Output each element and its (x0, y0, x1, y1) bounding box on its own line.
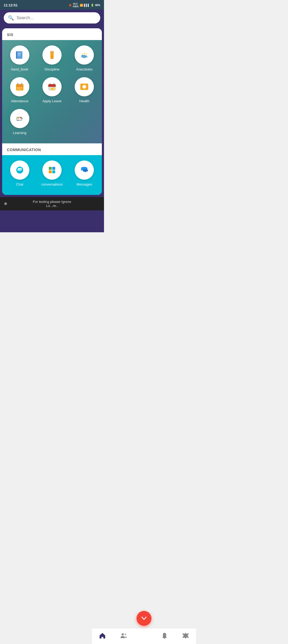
sis-grid: hand_book Discipline (5, 45, 99, 135)
communication-grid: Chat conversations (5, 160, 99, 187)
communication-section-header: COMMUNICATION (2, 143, 102, 155)
grid-item-attendance[interactable]: Attendance (5, 77, 34, 104)
svg-rect-0 (17, 51, 22, 59)
network-icon: 🔕 (69, 4, 72, 7)
grid-item-handbook[interactable]: hand_book (5, 45, 34, 72)
communication-grid-background: Chat conversations (2, 155, 102, 195)
chat-icon-circle (10, 160, 29, 180)
svg-point-23 (17, 89, 18, 89)
svg-rect-4 (18, 56, 20, 56)
data-speed: 15.0KB/S (73, 2, 79, 8)
search-box[interactable]: 🔍 (4, 12, 100, 23)
attendance-label: Attendance (11, 99, 29, 104)
svg-rect-48 (49, 170, 52, 173)
battery-icon: 🔋 (91, 4, 94, 7)
learning-icon-circle (10, 109, 29, 128)
svg-rect-8 (51, 52, 53, 52)
svg-point-22 (21, 87, 22, 88)
svg-text:★: ★ (85, 53, 87, 55)
svg-rect-47 (52, 167, 55, 170)
conversations-icon (47, 165, 57, 175)
svg-point-39 (20, 118, 21, 119)
search-input[interactable] (17, 15, 96, 20)
svg-rect-18 (17, 83, 18, 84)
messages-icon (79, 165, 90, 175)
grid-item-health[interactable]: Health (70, 77, 99, 104)
health-icon (79, 81, 90, 92)
attendance-icon-circle (10, 77, 29, 96)
handbook-label: hand_book (11, 67, 28, 72)
discipline-icon (47, 50, 57, 60)
conversations-icon-circle (42, 160, 62, 180)
search-icon: 🔍 (8, 15, 14, 21)
grid-item-learning[interactable]: Learning (5, 109, 34, 135)
apply-leave-label: Apply Leave (42, 99, 62, 104)
search-container: 🔍 (0, 10, 104, 26)
wifi-icon: 📶 (80, 4, 83, 7)
svg-rect-19 (21, 83, 22, 84)
svg-rect-46 (49, 167, 52, 170)
chat-label: Chat (16, 182, 23, 187)
svg-point-40 (22, 118, 23, 119)
health-label: Health (79, 99, 90, 104)
notification-dot (4, 202, 7, 205)
page-container: 11:12:51 🔕 15.0KB/S 📶 ▌▌▌ 🔋 46% 🔍 SIS (0, 0, 104, 232)
svg-rect-28 (50, 83, 50, 84)
svg-rect-3 (18, 54, 21, 55)
sis-section-header: SIS (2, 28, 102, 40)
grid-item-discipline[interactable]: Discipline (37, 45, 67, 72)
apply-leave-icon-circle: ★ ★ (42, 77, 62, 96)
conversations-label: conversations (41, 182, 63, 187)
svg-rect-27 (48, 86, 56, 87)
svg-rect-2 (18, 53, 21, 53)
notification-text: For testing please Ignore Lo...re.. (33, 200, 71, 208)
svg-point-38 (17, 117, 19, 119)
sis-grid-background: hand_book Discipline (2, 40, 102, 143)
messages-label: Messages (77, 182, 92, 187)
sis-section: SIS hand_book (2, 28, 102, 143)
learning-label: Learning (13, 131, 26, 135)
svg-rect-49 (52, 170, 55, 173)
discipline-icon-circle (42, 45, 62, 65)
svg-point-24 (19, 89, 20, 89)
health-icon-circle (75, 77, 94, 96)
svg-text:★: ★ (53, 88, 55, 91)
anecdotes-label: Anecdotes (76, 67, 93, 72)
svg-point-43 (18, 169, 19, 170)
battery-level: 46% (95, 4, 100, 7)
svg-rect-29 (53, 83, 54, 84)
svg-point-44 (19, 169, 20, 170)
communication-section: COMMUNICATION Chat (2, 143, 102, 195)
grid-item-anecdotes[interactable]: ★ ★ ★ Anecdotes (70, 45, 99, 72)
status-time: 11:12:51 (4, 3, 18, 7)
notification-bar[interactable]: For testing please Ignore Lo...re.. (0, 197, 104, 210)
grid-item-chat[interactable]: Chat (5, 160, 34, 187)
handbook-icon-circle (10, 45, 29, 65)
status-icons: 🔕 15.0KB/S 📶 ▌▌▌ 🔋 46% (69, 2, 100, 8)
status-bar: 11:12:51 🔕 15.0KB/S 📶 ▌▌▌ 🔋 46% (0, 0, 104, 10)
svg-point-20 (17, 87, 18, 88)
svg-rect-35 (82, 86, 86, 88)
anecdotes-icon-circle: ★ ★ ★ (75, 45, 94, 65)
signal-bars-icon: ▌▌▌ (84, 4, 90, 7)
grid-item-apply-leave[interactable]: ★ ★ Apply Leave (37, 77, 67, 104)
learning-icon (14, 113, 25, 124)
discipline-label: Discipline (45, 67, 59, 72)
handbook-icon (14, 50, 25, 60)
grid-item-messages[interactable]: Messages (70, 160, 99, 187)
grid-item-conversations[interactable]: conversations (37, 160, 67, 187)
messages-icon-circle (75, 160, 94, 180)
svg-point-45 (20, 169, 21, 170)
svg-rect-15 (16, 86, 23, 87)
anecdotes-icon: ★ ★ ★ (79, 50, 90, 60)
svg-point-21 (19, 87, 20, 88)
svg-rect-1 (16, 51, 17, 59)
attendance-icon (14, 81, 25, 92)
apply-leave-icon: ★ ★ (47, 81, 57, 92)
chat-icon (14, 165, 25, 175)
